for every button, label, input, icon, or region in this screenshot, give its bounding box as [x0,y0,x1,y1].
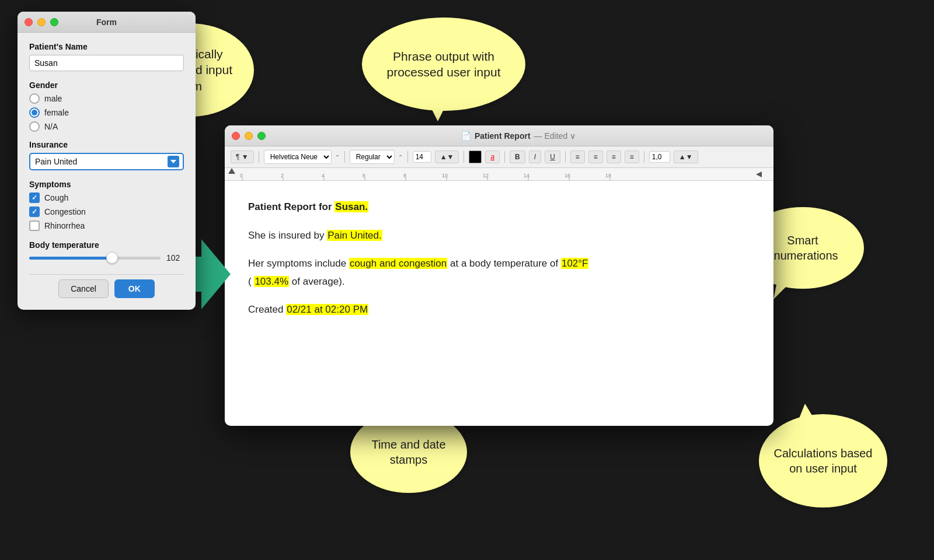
close-button[interactable] [25,18,33,26]
radio-label-na: N/A [44,122,58,131]
align-left-button[interactable]: ≡ [570,150,585,163]
radio-label-male: male [44,94,62,103]
svg-marker-1 [228,168,235,174]
svg-text:12: 12 [483,173,489,178]
toolbar-sep-4 [463,151,464,163]
report-l2-prefix: She is insured by [248,230,327,241]
report-titlebar: 📄 Patient Report — Edited ∨ [225,125,773,146]
font-caret: ⌃ [335,154,340,160]
ruler: 0 2 4 6 8 10 12 14 16 18 [225,168,773,181]
body-temp-slider-row: 102 [29,253,184,262]
report-close-button[interactable] [232,132,240,140]
toolbar-sep-6 [565,151,566,163]
ok-button[interactable]: OK [114,279,155,298]
font-select[interactable]: Helvetica Neue [264,150,332,164]
checkbox-icon-rhinorrhea [29,220,40,231]
radio-male[interactable]: male [29,93,184,104]
insurance-select-wrapper: Pain United Blue Cross Aetna United Heal… [29,153,184,170]
toolbar-sep-3 [407,151,408,163]
slider-value: 102 [166,253,184,262]
report-l3-prefix: Her symptoms include [248,258,349,269]
report-l4-datetime: 02/21 at 02:20 PM [286,304,368,315]
report-line-1: Patient Report for Susan. [248,198,750,216]
underline-button[interactable]: U [545,150,560,163]
style-select[interactable]: Regular [350,150,395,164]
report-l4-prefix: Created [248,304,286,315]
report-l3-percent: 103.4% [254,276,289,287]
report-l1-prefix: Patient Report for [248,201,334,212]
doc-icon: 📄 [461,131,471,141]
svg-text:18: 18 [605,173,611,178]
bubble-datetime-text: Time and date stamps [350,425,467,479]
report-window: 📄 Patient Report — Edited ∨ ¶ ▼ Helvetic… [225,125,773,426]
report-line-4: Created 02/21 at 02:20 PM [248,301,750,319]
svg-text:16: 16 [564,173,570,178]
checkbox-label-rhinorrhea: Rhinorrhea [44,221,85,230]
symptoms-checkbox-group: Cough Congestion Rhinorrhea [29,192,184,231]
radio-female[interactable]: female [29,107,184,118]
bubble-calculations: Calculations based on user input [759,414,887,508]
form-buttons: Cancel OK [29,274,184,298]
justify-button[interactable]: ≡ [625,150,639,163]
report-line-3: Her symptoms include cough and congestio… [248,255,750,290]
toolbar-sep-7 [644,151,644,163]
bubble-calculations-text: Calculations based on user input [759,434,887,488]
style-caret: ⌃ [398,154,403,160]
toolbar-sep-2 [344,151,345,163]
report-toolbar: ¶ ▼ Helvetica Neue ⌃ Regular ⌃ ▲▼ a B I … [225,146,773,168]
report-l2-insurance: Pain United. [327,230,382,241]
report-l3-symptoms: cough and congestion [349,258,447,269]
body-temp-label: Body temperature [29,240,184,250]
patient-name-input[interactable] [29,55,184,71]
report-l1-name: Susan. [334,201,368,212]
paragraph-button[interactable]: ¶ ▼ [231,150,254,163]
report-maximize-button[interactable] [257,132,266,140]
traffic-lights [25,18,58,26]
spacing-stepper[interactable]: ▲▼ [674,150,698,163]
maximize-button[interactable] [50,18,58,26]
report-title-group: 📄 Patient Report — Edited ∨ [461,131,576,141]
report-l3-temp: 102°F [561,258,589,269]
checkbox-icon-congestion [29,206,40,217]
slider-track[interactable] [29,257,161,260]
report-l3-paren-close: of average). [292,276,345,287]
checkbox-label-congestion: Congestion [44,207,86,216]
report-title-suffix: — Edited ∨ [534,131,576,141]
report-minimize-button[interactable] [245,132,253,140]
bubble-phrase-output: Phrase output with processed user input [362,18,525,111]
slider-thumb[interactable] [106,252,118,264]
gender-radio-group: male female N/A [29,93,184,132]
line-spacing-input[interactable] [649,151,670,163]
form-window: Form Patient's Name Gender male female N… [18,12,196,310]
align-right-button[interactable]: ≡ [607,150,621,163]
report-traffic-lights [232,132,266,140]
toolbar-sep-1 [259,151,259,163]
gender-label: Gender [29,80,184,90]
italic-button[interactable]: I [529,150,541,163]
text-color-button[interactable]: a [485,150,500,163]
radio-na[interactable]: N/A [29,121,184,132]
report-l3-paren-open: ( [248,276,252,287]
bubble-phrase-output-text: Phrase output with processed user input [362,34,525,95]
insurance-label: Insurance [29,140,184,149]
checkbox-congestion[interactable]: Congestion [29,206,184,217]
svg-text:10: 10 [442,173,448,178]
insurance-select[interactable]: Pain United Blue Cross Aetna United Heal… [29,153,184,170]
report-title: Patient Report [475,131,531,141]
radio-circle-na [29,121,40,132]
cancel-button[interactable]: Cancel [58,279,109,298]
bold-button[interactable]: B [510,150,525,163]
minimize-button[interactable] [37,18,46,26]
checkbox-cough[interactable]: Cough [29,192,184,203]
checkbox-rhinorrhea[interactable]: Rhinorrhea [29,220,184,231]
form-titlebar: Form [18,12,196,33]
checkbox-icon-cough [29,192,40,203]
svg-text:14: 14 [524,173,529,178]
align-center-button[interactable]: ≡ [588,150,603,163]
font-size-input[interactable] [413,151,431,163]
toolbar-sep-5 [504,151,505,163]
report-l3-middle: at a body temperature of [450,258,561,269]
report-content: Patient Report for Susan. She is insured… [225,181,773,426]
font-size-stepper[interactable]: ▲▼ [435,150,459,163]
color-swatch[interactable] [469,150,482,163]
